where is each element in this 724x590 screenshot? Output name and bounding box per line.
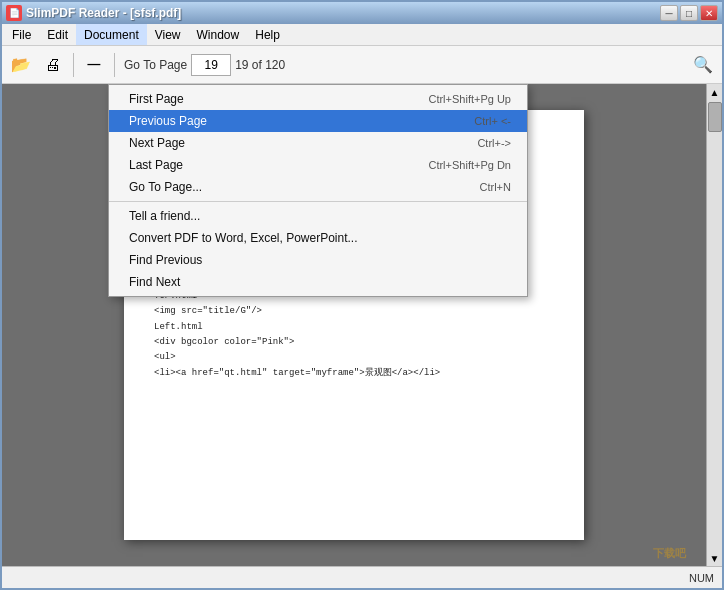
menu-tell-friend[interactable]: Tell a friend... [109,205,527,227]
title-bar-buttons: ─ □ ✕ [660,5,718,21]
menu-view[interactable]: View [147,24,189,45]
minimize-button[interactable]: ─ [660,5,678,21]
nav-icon-button[interactable]: 🔍 [688,50,718,80]
goto-page-label: Go To Page [124,58,187,72]
menu-help[interactable]: Help [247,24,288,45]
title-bar: 📄 SlimPDF Reader - [sfsf.pdf] ─ □ ✕ [2,2,722,24]
watermark: 下载吧 [653,546,686,561]
status-bar: NUM [2,566,722,588]
menu-last-page[interactable]: Last Page Ctrl+Shift+Pg Dn [109,154,527,176]
document-dropdown-menu: First Page Ctrl+Shift+Pg Up Previous Pag… [108,84,528,297]
menu-document[interactable]: Document [76,24,147,45]
dropdown-separator [109,201,527,202]
toolbar-separator-2 [114,53,115,77]
menu-find-next[interactable]: Find Next [109,271,527,293]
app-icon: 📄 [6,5,22,21]
goto-page-area: Go To Page 19 of 120 [124,54,285,76]
zoom-out-button[interactable]: ─ [79,50,109,80]
menu-convert-pdf[interactable]: Convert PDF to Word, Excel, PowerPoint..… [109,227,527,249]
print-button[interactable]: 🖨 [38,50,68,80]
menu-window[interactable]: Window [189,24,248,45]
menu-previous-page[interactable]: Previous Page Ctrl+ <- [109,110,527,132]
main-area: First Page Ctrl+Shift+Pg Up Previous Pag… [2,84,722,566]
scrollbar-vertical[interactable]: ▲ ▼ [706,84,722,566]
toolbar: 📂 🖨 ─ Go To Page 19 of 120 🔍 [2,46,722,84]
scroll-up-button[interactable]: ▲ [707,84,722,100]
menu-next-page[interactable]: Next Page Ctrl+-> [109,132,527,154]
restore-button[interactable]: □ [680,5,698,21]
open-button[interactable]: 📂 [6,50,36,80]
toolbar-separator-1 [73,53,74,77]
menu-first-page[interactable]: First Page Ctrl+Shift+Pg Up [109,88,527,110]
menu-file[interactable]: File [4,24,39,45]
page-count: 19 of 120 [235,58,285,72]
menu-bar: File Edit Document View Window Help [2,24,722,46]
scroll-thumb[interactable] [708,102,722,132]
window-title: SlimPDF Reader - [sfsf.pdf] [26,6,181,20]
app-window: 📄 SlimPDF Reader - [sfsf.pdf] ─ □ ✕ File… [0,0,724,590]
goto-page-input[interactable] [191,54,231,76]
menu-find-previous[interactable]: Find Previous [109,249,527,271]
menu-edit[interactable]: Edit [39,24,76,45]
status-text: NUM [689,572,714,584]
menu-goto-page[interactable]: Go To Page... Ctrl+N [109,176,527,198]
close-button[interactable]: ✕ [700,5,718,21]
scroll-down-button[interactable]: ▼ [707,550,722,566]
scroll-track[interactable] [707,134,722,550]
